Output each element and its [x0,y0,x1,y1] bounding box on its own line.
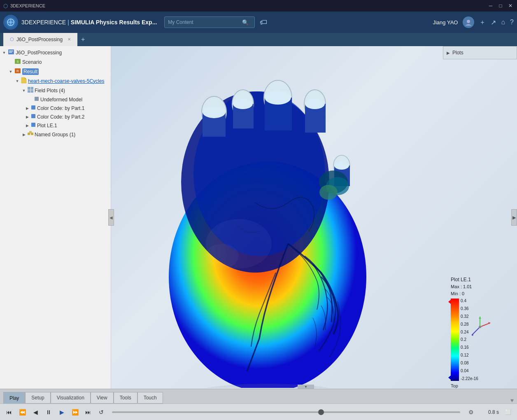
color1-icon [30,105,36,112]
root-expand-icon: ▼ [2,51,7,55]
win-close-button[interactable]: ✕ [507,3,514,9]
cbar-label-6: 0.16 [461,345,478,350]
sidebar: ▼ J6O_PostProcessing S Scenario ▼ R Resu… [0,46,111,389]
heart-icon[interactable]: ♥ [510,397,514,404]
search-input[interactable] [168,19,242,25]
toolbar-app-title: SIMULIA Physics Results Exp... [71,19,157,26]
svg-marker-52 [479,317,481,319]
plot-icon [30,122,36,129]
viewport-collapse-right-button[interactable]: ▶ [511,209,517,226]
svg-point-4 [467,20,470,23]
tree-item-undeformed[interactable]: Undeformed Model [0,95,111,104]
svg-point-55 [479,326,481,328]
root-label: J6O_PostProcessing [16,50,62,56]
expand-playback-button[interactable]: ⬜ [502,406,514,418]
svg-rect-19 [31,105,35,110]
tab-close-icon[interactable]: ✕ [68,37,71,42]
legend-min: Min : 0 [451,290,492,297]
skip-to-start-button[interactable]: ⏮ [3,406,15,418]
heart-file-label: heart-mech-coarse-valves-5Cycles [28,78,104,84]
time-display: 0.8 s [478,409,499,415]
tabbar: ⬡ J6O_PostProcessing ✕ + [0,33,517,46]
svg-rect-14 [28,87,30,90]
legend-stats: Max : 1.01 Min : 0 [451,283,492,297]
skip-to-end-button[interactable]: ⏭ [82,406,94,418]
result-icon: R [14,68,21,75]
svg-rect-7 [9,52,12,53]
plotle1-label: Plot LE.1 [37,123,57,128]
rewind-fast-button[interactable]: ⏪ [16,406,28,418]
step-back-button[interactable]: ◀ [30,406,41,418]
plots-panel[interactable]: ▶ Plots [443,46,517,59]
pause-button[interactable]: ⏸ [43,406,54,418]
toolbar-separator: | [68,19,69,26]
main-toolbar: 3DEXPERIENCE | SIMULIA Physics Results E… [0,12,517,33]
tree-item-result[interactable]: ▼ R Result [0,67,111,76]
tree-root[interactable]: ▼ J6O_PostProcessing [0,48,111,57]
play-tab-tools[interactable]: Tools [114,392,137,404]
main-tab[interactable]: ⬡ J6O_PostProcessing ✕ [3,33,78,46]
play-tab-setup[interactable]: Setup [25,392,50,404]
colorbar [451,299,459,381]
viewport-expand-bottom[interactable]: ▼ [298,385,314,389]
playback-settings-button[interactable]: ⚙ [465,406,477,418]
svg-rect-21 [31,123,35,127]
svg-rect-20 [31,114,35,118]
user-avatar[interactable] [463,16,474,28]
add-icon[interactable]: ＋ [479,18,486,27]
play-tab-visualization[interactable]: Visualization [51,392,91,404]
legend-footer: Top Deformation scale: 1 BEAT5 / Frame 3… [451,383,492,389]
fieldplot-icon [27,86,34,94]
root-icon [8,49,14,56]
scenario-label: Scenario [22,59,42,65]
svg-point-42 [334,161,349,170]
play-tab-play[interactable]: Play [3,392,25,404]
win-maximize-button[interactable]: □ [497,3,504,9]
timeline-slider[interactable] [109,411,463,413]
tree-item-scenario[interactable]: S Scenario [0,57,111,67]
loop-button[interactable]: ↺ [95,406,107,418]
play-tab-view[interactable]: View [91,392,114,404]
svg-rect-15 [31,87,33,90]
new-tab-button[interactable]: + [78,36,88,43]
undeformed-label: Undeformed Model [40,97,82,103]
playbar: Play Setup Visualization View Tools Touc… [0,389,517,404]
tree-item-colorcode2[interactable]: ▶ Color Code: by Part.2 [0,112,111,121]
legend-title: Plot LE.1 [451,277,492,282]
svg-rect-18 [35,97,39,101]
tree-item-colorcode1[interactable]: ▶ Color Code: by Part.1 [0,104,111,112]
svg-marker-12 [21,77,26,83]
tag-icon[interactable]: 🏷 [260,18,267,27]
play-tab-touch[interactable]: Touch [137,392,163,404]
tab-icon: ⬡ [10,37,14,42]
svg-rect-24 [29,131,32,133]
home-icon[interactable]: ⌂ [501,19,505,26]
title-app-icon: ⬡ [3,3,8,9]
cbar-label-8: 0.08 [461,361,478,365]
svg-point-47 [206,244,239,268]
plots-label: Plots [452,50,463,56]
share-icon[interactable]: ↗ [491,19,496,26]
viewport: ▶ Plots [111,46,517,389]
fast-forward-button[interactable]: ⏩ [69,406,81,418]
tree-item-plotle1[interactable]: ▶ Plot LE.1 [0,121,111,130]
tree-item-field-plots[interactable]: ▼ Field Plots (4) [0,86,111,95]
search-icon: 🔍 [242,19,249,26]
axes-widget [468,315,492,339]
search-box[interactable]: 🔍 [164,16,255,28]
win-minimize-button[interactable]: ─ [487,3,494,9]
tab-label: J6O_PostProcessing [16,37,63,42]
colorbar-labels: 0.4 0.36 0.32 0.28 0.24 0.2 0.16 0.12 0.… [461,299,478,381]
named-groups-label: Named Groups (1) [35,132,75,138]
help-icon[interactable]: ? [510,19,514,26]
svg-point-33 [233,98,253,109]
titlebar-app-name: 3DEXPERIENCE [10,3,45,8]
tree-item-named-groups[interactable]: ▶ Named Groups (1) [0,130,111,139]
sidebar-collapse-button[interactable]: ◀ [108,209,114,226]
svg-text:R: R [16,69,19,73]
svg-rect-16 [28,90,30,93]
color2-icon [30,113,36,120]
play-button[interactable]: ▶ [56,406,68,418]
tree-item-heart-file[interactable]: ▼ heart-mech-coarse-valves-5Cycles [0,76,111,86]
min-indicator-icon [448,376,451,380]
